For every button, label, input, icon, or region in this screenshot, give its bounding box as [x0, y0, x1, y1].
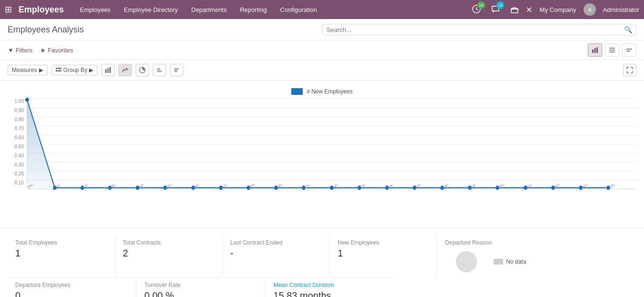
close-icon[interactable]: ✕ — [526, 5, 532, 14]
view-graph-button[interactable] — [588, 43, 602, 57]
departure-employees-label: Departure Employees — [15, 282, 129, 288]
new-employees-block: New Employees 1 — [330, 236, 437, 277]
mean-contract-value: 15.83 months — [273, 290, 386, 297]
pie-chart-button[interactable] — [136, 64, 149, 76]
last-contract-label: Last Contract Ended — [230, 239, 322, 246]
x-label-19: July 2021 — [553, 184, 575, 189]
svg-rect-11 — [58, 68, 61, 69]
group-by-icon — [56, 67, 61, 73]
y-label-1: 0.10 — [15, 180, 24, 185]
chart-legend: # New Employees — [8, 88, 636, 95]
total-employees-label: Total Employees — [15, 239, 107, 246]
total-contracts-label: Total Contracts — [123, 239, 215, 246]
toolbar: Measures ▶ Group By ▶ — [0, 60, 644, 81]
admin-name[interactable]: Administrator — [603, 6, 639, 13]
bar-chart-button[interactable] — [101, 64, 115, 76]
departure-chart-area: No data — [445, 250, 629, 274]
chat-icon[interactable]: 14 — [491, 4, 501, 15]
filters-button[interactable]: ▼ Filters — [8, 47, 32, 54]
nav-directory[interactable]: Employee Directory — [122, 5, 179, 14]
x-label-1: January 2020 — [54, 184, 77, 189]
departure-employees-value: 0 — [15, 290, 129, 297]
total-employees-block: Total Employees 1 — [8, 236, 115, 277]
mean-contract-block: Mean Contract Duration 15.83 months — [266, 277, 394, 297]
sort-desc-button[interactable] — [170, 64, 183, 76]
activity-icon[interactable]: 10 — [472, 4, 482, 15]
measures-button[interactable]: Measures ▶ — [8, 65, 48, 75]
svg-rect-2 — [592, 50, 594, 53]
page-title: Employees Analysis — [8, 25, 322, 35]
line-chart-button[interactable] — [119, 64, 132, 76]
measures-arrow: ▶ — [39, 67, 43, 73]
search-input[interactable] — [327, 26, 624, 33]
chat-badge: 14 — [496, 1, 504, 9]
filters-label: Filters — [16, 47, 32, 54]
y-label-6: 0.60 — [15, 135, 24, 140]
x-label-3: March 2020 — [109, 184, 132, 189]
x-label-7: July 2020 — [220, 184, 243, 189]
svg-rect-14 — [105, 69, 107, 73]
grid-icon[interactable]: ⊞ — [5, 4, 12, 15]
x-label-13: January 2021 — [387, 184, 409, 189]
no-data-legend: No data — [494, 258, 526, 265]
stats-row-2: Departure Employees 0 Turnover Rate 0.00… — [0, 277, 644, 297]
filter-icon: ▼ — [8, 47, 14, 54]
nav-departments[interactable]: Departments — [189, 5, 228, 14]
line-chart-svg — [27, 99, 636, 189]
gift-icon[interactable] — [510, 4, 519, 15]
x-label-6: June 2020 — [193, 184, 215, 189]
search-icon: 🔍 — [624, 26, 632, 33]
total-contracts-block: Total Contracts 2 — [115, 236, 223, 277]
legend-color-box — [291, 88, 303, 95]
x-label-12: December 2020 — [359, 184, 382, 189]
x-label-18: June 2021 — [525, 184, 548, 189]
x-label-21: September 2021 — [608, 184, 631, 189]
svg-rect-15 — [108, 68, 109, 73]
svg-rect-16 — [109, 67, 111, 73]
departure-reason-block: Departure Reason No data — [437, 236, 636, 277]
x-label-11: November 2020 — [332, 184, 354, 189]
svg-rect-10 — [56, 68, 58, 69]
x-label-10: October 2020 — [304, 184, 326, 189]
y-axis: 1.00 0.90 0.80 0.70 0.60 0.50 0.40 0.30 … — [8, 99, 27, 189]
svg-rect-13 — [58, 70, 61, 72]
x-label-2: February 2020 — [82, 184, 104, 189]
x-label-14: February 2021 — [415, 184, 437, 189]
nav-configuration[interactable]: Configuration — [278, 5, 319, 14]
svg-rect-6 — [609, 50, 615, 51]
view-list-button[interactable] — [605, 43, 619, 57]
activity-badge: 10 — [477, 1, 485, 9]
nav-reporting[interactable]: Reporting — [238, 5, 268, 14]
nav-employees[interactable]: Employees — [78, 5, 112, 14]
chart-inner — [27, 99, 636, 189]
chart-container: # New Employees 1.00 0.90 0.80 0.70 0.60… — [0, 81, 644, 204]
mean-contract-label: Mean Contract Duration — [273, 282, 386, 288]
x-label-4: April 2020 — [138, 184, 160, 189]
last-contract-value: - — [230, 248, 322, 259]
group-by-button[interactable]: Group By ▶ — [51, 65, 98, 75]
company-name[interactable]: My Company — [540, 6, 576, 13]
svg-rect-12 — [56, 70, 58, 72]
y-label-7: 0.70 — [15, 126, 24, 131]
x-label-16: April 2021 — [470, 184, 492, 189]
nav-right: 10 14 ✕ My Company A Administrator — [472, 3, 639, 16]
nav-links: Employees Employee Directory Departments… — [78, 5, 472, 14]
admin-avatar[interactable]: A — [584, 3, 596, 16]
turnover-rate-block: Turnover Rate 0.00 % — [137, 277, 266, 297]
view-bar-button[interactable] — [622, 43, 636, 57]
departure-reason-label: Departure Reason — [445, 239, 629, 246]
no-data-color-box — [494, 259, 503, 265]
group-by-arrow: ▶ — [89, 67, 93, 73]
favorites-button[interactable]: ★ Favorites — [40, 47, 73, 54]
search-bar[interactable]: 🔍 — [322, 24, 636, 35]
star-icon: ★ — [40, 47, 46, 54]
expand-button[interactable] — [623, 64, 636, 76]
x-label-20: August 2021 — [581, 184, 603, 189]
x-label-9: September 2020 — [276, 184, 298, 189]
top-navigation: ⊞ Employees Employees Employee Directory… — [0, 0, 644, 19]
x-label-0: December 2019 — [27, 184, 49, 189]
svg-rect-4 — [596, 47, 598, 53]
favorites-label: Favorites — [48, 47, 73, 54]
stats-row-1: Total Employees 1 Total Contracts 2 Last… — [0, 227, 644, 277]
sort-asc-button[interactable] — [153, 64, 166, 76]
